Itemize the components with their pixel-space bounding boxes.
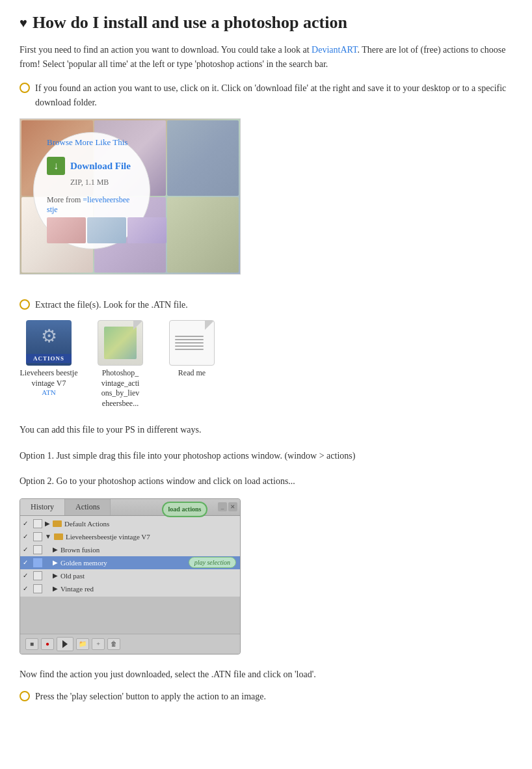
expand-icon: ▶	[45, 520, 50, 527]
mini-thumb-1	[47, 217, 86, 243]
ps-label-group: Lieveheersbeestje vintage V7	[66, 533, 150, 541]
ps-row-vintage: ✓ ▶ Vintage red play selection	[20, 582, 240, 595]
heart-icon: ♥	[20, 16, 27, 31]
more-from-link[interactable]: =lieveheersbee stje	[47, 195, 129, 214]
step4-text: Press the 'play selection' button to app…	[35, 690, 266, 704]
stop-button[interactable]: ■	[25, 638, 38, 650]
thumb-3	[167, 120, 239, 196]
page-title: ♥ How do I install and use a photoshop a…	[20, 13, 512, 33]
option2-text: Option 2. Go to your photoshop actions w…	[20, 473, 512, 489]
mini-thumb-3	[127, 217, 166, 243]
folder-button[interactable]: 📁	[76, 638, 89, 650]
step1-item: If you found an action you want to use, …	[20, 81, 512, 111]
expand-icon-brown: ▶	[53, 546, 58, 553]
ps-actions-list: ✓ ▶ Default Actions ✓ ▼ Lieveheersbeestj…	[20, 516, 240, 597]
expand-icon-old: ▶	[53, 572, 58, 579]
bullet-circle-1	[20, 83, 30, 93]
file-ext-atn: ATN	[42, 388, 55, 396]
screenshot-download: Browse More Like This ↓ Download File ZI…	[20, 118, 241, 275]
ps-check-brown: ✓	[23, 546, 31, 553]
expand-icon-group: ▼	[45, 533, 51, 540]
option1-text: Option 1. Just simple drag this file int…	[20, 448, 512, 464]
step1-text: If you found an action you want to use, …	[35, 81, 512, 111]
gear-icon: ⚙	[41, 325, 57, 347]
deviantart-link[interactable]: DeviantART	[312, 45, 357, 55]
files-container: ⚙ ACTIONS Lieveheers beestje vintage V7 …	[20, 320, 512, 409]
record-button[interactable]: ●	[41, 638, 54, 650]
txt-line-2	[175, 339, 204, 340]
bullet-circle-2	[20, 299, 30, 310]
ps-square-group	[33, 532, 42, 541]
ps-tab-history[interactable]: History	[20, 499, 65, 515]
ps-square-default	[33, 519, 42, 528]
actions-label: ACTIONS	[26, 354, 72, 363]
ps-square-old	[33, 571, 42, 580]
file-name-psd: Photoshop_ vintage_acti ons_by_liev ehee…	[91, 368, 150, 409]
load-actions-annotation: load actions	[162, 502, 207, 517]
file-item-psd: Photoshop_ vintage_acti ons_by_liev ehee…	[91, 320, 150, 409]
zip-info: ZIP, 1.1 MB	[70, 178, 109, 187]
file-name-atn: Lieveheers beestje vintage V7	[20, 368, 78, 388]
intro-paragraph: First you need to find an action you wan…	[20, 43, 512, 72]
options-intro: You can add this file to your PS in diff…	[20, 422, 512, 438]
step2-text: Extract the file(s). Look for the .ATN f…	[35, 298, 188, 312]
download-icon: ↓	[47, 157, 65, 175]
file-icon-txt	[169, 320, 215, 366]
ps-row-default: ✓ ▶ Default Actions	[20, 517, 240, 530]
txt-line-3	[175, 342, 204, 344]
download-overlay: Browse More Like This ↓ Download File ZI…	[33, 132, 150, 249]
ps-square-brown	[33, 545, 42, 554]
ps-label-vintage: Vintage red	[60, 585, 94, 593]
ps-close-btn[interactable]: ✕	[228, 502, 237, 511]
file-icon-psd	[98, 320, 143, 366]
new-action-button[interactable]: +	[92, 638, 105, 650]
ps-label-brown: Brown fusion	[60, 546, 100, 554]
txt-line-4	[175, 345, 204, 347]
step4-item: Press the 'play selection' button to app…	[20, 690, 512, 704]
photoshop-screenshot: History Actions _ ✕ load actions ✓ ▶ Def…	[20, 498, 241, 654]
more-from: More from =lieveheersbee stje	[47, 195, 137, 215]
file-icon-actions: ⚙ ACTIONS	[26, 320, 72, 366]
download-label: Download File	[70, 161, 131, 172]
expand-icon-vintage: ▶	[53, 585, 58, 592]
download-button: ↓ Download File	[47, 157, 131, 175]
mini-thumb-2	[87, 217, 126, 243]
folder-icon-default	[53, 520, 62, 527]
play-selection-annotation: play selection	[189, 557, 236, 568]
ps-square-vintage	[33, 584, 42, 593]
ps-thumbnail	[104, 327, 137, 359]
ps-check-old: ✓	[23, 572, 31, 579]
ps-check-golden: ✓	[23, 559, 31, 566]
step3-text: Now find the action you just downloaded,…	[20, 668, 512, 682]
title-text: How do I install and use a photoshop act…	[33, 13, 347, 33]
step2-item: Extract the file(s). Look for the .ATN f…	[20, 298, 512, 312]
ps-check-vintage: ✓	[23, 585, 31, 592]
ps-row-old: ✓ ▶ Old past	[20, 569, 240, 582]
ps-toolbar: ■ ● 📁 + 🗑	[20, 634, 240, 654]
browse-link: Browse More Like This	[47, 137, 127, 148]
play-triangle-icon	[62, 640, 68, 648]
thumb-6	[167, 197, 239, 273]
ps-square-golden	[33, 558, 42, 567]
file-item-atn: ⚙ ACTIONS Lieveheers beestje vintage V7 …	[20, 320, 78, 396]
bottom-thumbs	[47, 217, 166, 243]
txt-line-1	[175, 336, 204, 337]
ps-check-default: ✓	[23, 520, 31, 527]
load-actions-label: load actions	[168, 506, 202, 513]
ps-check-group: ✓	[23, 533, 31, 540]
ps-minimize-btn[interactable]: _	[218, 502, 227, 511]
file-item-txt: Read me	[163, 320, 221, 379]
ps-close-buttons: _ ✕	[215, 499, 240, 515]
delete-action-button[interactable]: 🗑	[107, 638, 120, 650]
txt-line-5	[175, 349, 204, 350]
folder-icon-group	[54, 533, 63, 540]
expand-icon-golden: ▶	[53, 559, 58, 566]
ps-label-old: Old past	[60, 572, 85, 580]
ps-label-golden: Golden memory	[60, 559, 107, 567]
bullet-circle-4	[20, 691, 30, 701]
ps-label-default: Default Actions	[64, 520, 109, 528]
ps-row-brown: ✓ ▶ Brown fusion	[20, 543, 240, 556]
ps-row-group: ✓ ▼ Lieveheersbeestje vintage V7	[20, 530, 240, 543]
ps-tab-actions[interactable]: Actions	[65, 499, 111, 515]
play-button[interactable]	[57, 637, 73, 651]
